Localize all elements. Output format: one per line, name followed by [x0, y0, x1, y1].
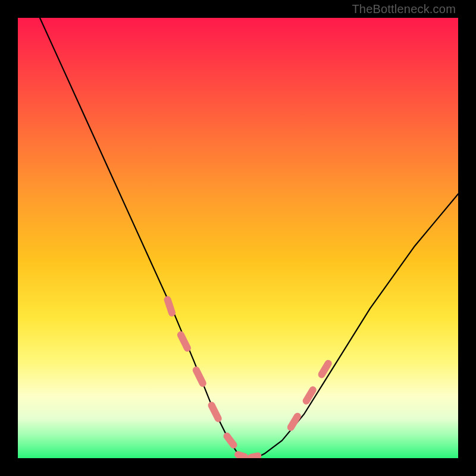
marker-dash: [238, 455, 245, 457]
marker-dash: [212, 405, 218, 418]
marker-dash: [306, 390, 313, 401]
marker-dash: [181, 335, 187, 348]
marker-dash: [196, 370, 203, 383]
plot-area: [18, 18, 458, 458]
marker-dash: [168, 300, 172, 313]
marker-dash: [251, 456, 258, 457]
chart-frame: TheBottleneck.com: [0, 0, 476, 476]
watermark-text: TheBottleneck.com: [352, 2, 456, 16]
bottleneck-curve: [40, 18, 458, 458]
marker-dash: [322, 364, 328, 375]
marker-dash: [227, 436, 234, 445]
bottleneck-curve-svg: [18, 18, 458, 458]
marker-dash: [291, 416, 298, 428]
